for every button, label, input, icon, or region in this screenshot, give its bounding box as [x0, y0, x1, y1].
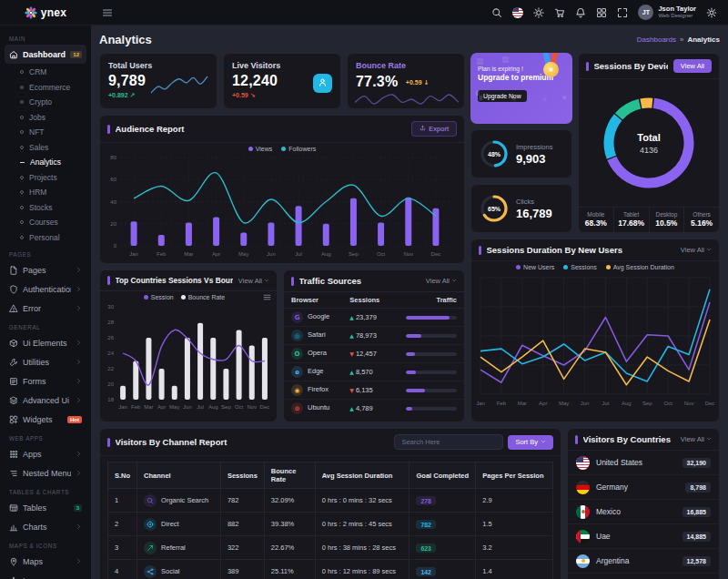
- chart-menu-icon[interactable]: [263, 293, 271, 301]
- sidebar-item-pages[interactable]: Pages: [5, 260, 86, 279]
- sidebar-item-forms[interactable]: Forms: [5, 371, 86, 391]
- legend-item-followers[interactable]: Followers: [281, 146, 316, 152]
- theme-toggle-icon[interactable]: [533, 7, 544, 18]
- sidebar-item-stocks[interactable]: Stocks: [0, 200, 91, 216]
- title-accent-bar: [107, 125, 110, 134]
- device-stat-tablet: Tablet17.68%: [613, 208, 649, 232]
- user-role: Web Designer: [658, 13, 696, 19]
- traffic-header: Traffic: [391, 292, 464, 309]
- top-countries-title: Top Countries Sessions Vs Bounce Rate: [116, 276, 233, 285]
- sidebar-section-label: WEB APPS: [9, 435, 82, 442]
- sort-by-button[interactable]: Sort By: [508, 435, 553, 450]
- trend-up-icon: ↗: [130, 92, 136, 99]
- sidebar-item-charts[interactable]: Charts: [5, 517, 86, 536]
- chevron-right-icon: [76, 378, 82, 384]
- sidebar-item-icons[interactable]: Icons: [5, 571, 86, 579]
- legend-item-avg-session-duration[interactable]: Avg Session Duration: [606, 264, 674, 270]
- bounce-rate-sparkline: [353, 92, 460, 107]
- sidebar-toggle-icon[interactable]: [102, 7, 113, 18]
- channel-table: S.NoChannelSessionsBounce RateAvg Sessio…: [107, 462, 553, 579]
- sidebar-item-jobs[interactable]: Jobs: [0, 110, 91, 126]
- upgrade-now-button[interactable]: Upgrade Now: [478, 90, 527, 102]
- settings-gear-icon[interactable]: [706, 7, 717, 18]
- legend-item-session[interactable]: Session: [144, 294, 174, 300]
- fullscreen-icon[interactable]: [617, 7, 628, 18]
- sidebar-item-apps[interactable]: Apps: [5, 444, 86, 463]
- svg-text:Dec: Dec: [705, 401, 715, 406]
- sidebar-item-sales[interactable]: Sales: [0, 140, 91, 156]
- ar-flag-icon: [576, 554, 590, 568]
- svg-text:80: 80: [110, 155, 116, 160]
- channel-header: Avg Session Duration: [315, 462, 410, 489]
- audience-report-title: Audience Report: [116, 124, 407, 134]
- chart-icon: [9, 523, 18, 532]
- goal-badge: 142: [416, 567, 435, 576]
- sidebar-item-error[interactable]: Error: [5, 299, 86, 318]
- mx-flag-icon: [576, 505, 590, 519]
- traffic-view-all[interactable]: View All: [426, 277, 457, 285]
- device-view-all-button[interactable]: View All: [673, 59, 712, 73]
- language-flag[interactable]: [512, 7, 523, 18]
- svg-text:Apr: Apr: [539, 401, 547, 406]
- sidebar-item-widgets[interactable]: WidgetsHot: [5, 410, 86, 429]
- sidebar-item-authentication[interactable]: Authentication: [5, 279, 86, 299]
- google-browser-icon: G: [291, 311, 303, 323]
- svg-text:Nov: Nov: [684, 401, 694, 406]
- logo[interactable]: ynex: [0, 6, 91, 19]
- sidebar-section-label: MAPS & ICONS: [9, 543, 82, 549]
- search-icon[interactable]: [491, 7, 502, 18]
- icons-icon: [9, 576, 18, 579]
- notifications-icon[interactable]: [575, 7, 586, 18]
- sidebar-item-dashboards[interactable]: Dashboards12: [5, 45, 86, 64]
- cart-icon[interactable]: [554, 7, 565, 18]
- apps-grid-icon[interactable]: [596, 7, 607, 18]
- sidebar-item-crypto[interactable]: Crypto: [0, 95, 91, 110]
- sidebar-item-crm[interactable]: CRM: [0, 65, 91, 80]
- sidebar-item-courses[interactable]: Courses: [0, 215, 91, 230]
- legend-item-bounce-rate[interactable]: Bounce Rate: [181, 294, 225, 300]
- top-header: ynex JT Json Taylor Web Designer: [0, 0, 728, 25]
- svg-text:Jan: Jan: [476, 401, 485, 406]
- svg-text:Nov: Nov: [403, 251, 413, 257]
- sidebar-item-ui-elements[interactable]: Ui Elements: [5, 333, 86, 352]
- svg-text:Oct: Oct: [664, 401, 673, 406]
- legend-item-sessions[interactable]: Sessions: [563, 264, 596, 270]
- sidebar-item-hrm[interactable]: HRM: [0, 185, 91, 200]
- top-countries-chart: 18202224262830JanFebMarAprMayJunJulAugSe…: [100, 301, 275, 412]
- sidebar-item-nft[interactable]: NFT: [0, 125, 91, 140]
- channel-row-referral: 3Referral32222.67%0 hrs : 38 mins : 28 s…: [108, 536, 553, 560]
- sidebar-item-tables[interactable]: Tables3: [5, 498, 86, 517]
- svg-text:May: May: [559, 401, 569, 406]
- sidebar-badge: Hot: [67, 416, 82, 423]
- form-icon: [9, 377, 18, 386]
- sidebar-item-utilities[interactable]: Utilities: [5, 352, 86, 371]
- live-visitors-button[interactable]: [313, 74, 332, 93]
- country-row-russia: Russia10,118: [568, 574, 719, 579]
- user-menu[interactable]: JT Json Taylor Web Designer: [638, 5, 696, 20]
- channel-header: S.No: [108, 462, 137, 489]
- duration-view-all[interactable]: View All: [681, 246, 712, 254]
- legend-item-views[interactable]: Views: [248, 146, 273, 152]
- export-button[interactable]: Export: [411, 121, 457, 137]
- live-visitors-title: Live Visitors: [232, 61, 332, 70]
- breadcrumb-parent[interactable]: Dashboards: [637, 36, 676, 44]
- sidebar-item-advanced-ui[interactable]: Advanced Ui: [5, 391, 86, 410]
- title-accent-bar: [291, 277, 294, 286]
- traffic-header: Sessions: [342, 292, 391, 309]
- legend-item-new-users[interactable]: New Users: [516, 264, 554, 270]
- sidebar-item-ecommerce[interactable]: Ecommerce: [0, 80, 91, 96]
- search-input[interactable]: [394, 434, 503, 450]
- svg-text:22: 22: [107, 366, 114, 371]
- medal-icon: ★: [541, 53, 561, 80]
- sidebar-item-personal[interactable]: Personal: [0, 230, 91, 246]
- countries-view-all[interactable]: View All: [681, 435, 712, 443]
- sidebar-item-maps[interactable]: Maps: [5, 552, 86, 571]
- sidebar-item-projects[interactable]: Projects: [0, 170, 91, 186]
- title-accent-bar: [479, 246, 481, 255]
- svg-text:Jun: Jun: [581, 401, 590, 406]
- auth-icon: [9, 285, 18, 294]
- svg-text:0: 0: [114, 243, 117, 249]
- sidebar-item-analytics[interactable]: Analytics: [0, 155, 91, 170]
- top-countries-view-all[interactable]: View All: [238, 277, 269, 285]
- sidebar-item-nested-menu[interactable]: Nested Menu: [5, 463, 86, 482]
